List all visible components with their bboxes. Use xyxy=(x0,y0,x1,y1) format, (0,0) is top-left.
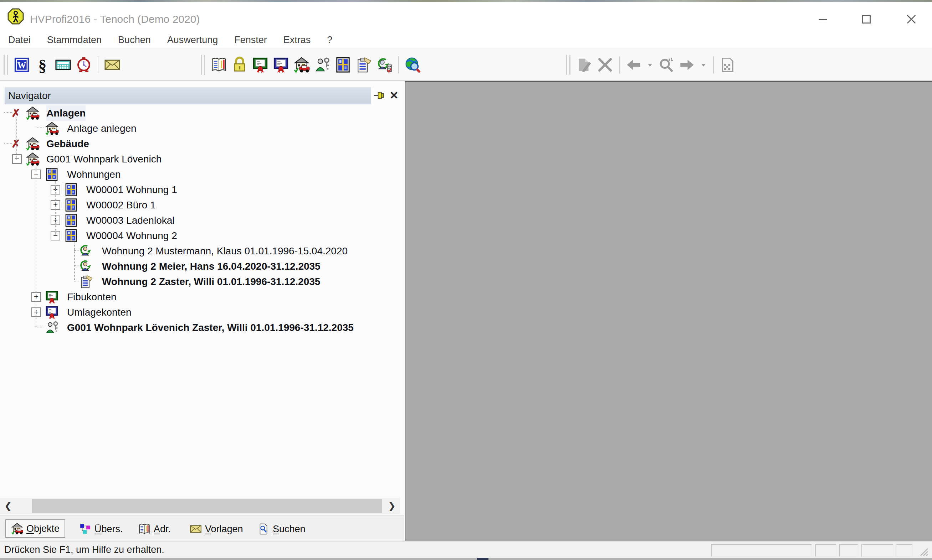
toolbar-button-doc-edit[interactable] xyxy=(574,54,595,76)
toolbar-button-report-doc[interactable] xyxy=(718,54,738,76)
tree-item[interactable]: +W00001 Wohnung 1 xyxy=(0,182,400,197)
house-car-icon xyxy=(293,57,310,73)
menu-item-extras[interactable]: Extras xyxy=(275,32,319,48)
toolbar-button-word[interactable]: W xyxy=(11,54,32,76)
tree-guide-stub xyxy=(74,265,79,266)
status-panel xyxy=(861,544,893,557)
resize-grip-icon[interactable] xyxy=(918,546,929,557)
tab-objekte[interactable]: Objekte xyxy=(5,519,65,538)
tree-item[interactable]: Wohnung 2 Mustermann, Klaus 01.01.1996-1… xyxy=(0,243,400,258)
chevron-down-icon xyxy=(699,60,708,69)
tree-item[interactable]: Anlage anlegen xyxy=(0,121,400,136)
tree-guide-stub xyxy=(4,112,12,113)
toolbar-button-zoom-refresh[interactable] xyxy=(656,54,677,76)
tree-item-label: Anlagen xyxy=(46,105,86,121)
tree-item[interactable]: +Umlagekonten xyxy=(0,305,400,320)
toolbar-button-window[interactable] xyxy=(333,54,353,76)
mdi-client-area xyxy=(405,81,932,541)
pushpin-icon[interactable] xyxy=(373,89,386,102)
org-chart-icon xyxy=(79,523,91,535)
toolbar-button-arrow-left[interactable] xyxy=(623,54,644,76)
toolbar-button-arrow-right[interactable] xyxy=(677,54,697,76)
toolbar-button-person-building[interactable] xyxy=(374,54,395,76)
toolbar-button-chevron-down[interactable] xyxy=(697,54,710,76)
scrollbar-thumb[interactable] xyxy=(32,499,382,513)
toolbar-button-chevron-down[interactable] xyxy=(644,54,656,76)
toolbar-button-globe-search[interactable] xyxy=(403,54,423,76)
menu-item-fenster[interactable]: Fenster xyxy=(226,32,275,48)
navigator-close-icon[interactable]: ✕ xyxy=(388,88,400,102)
keyboard-icon xyxy=(55,57,71,73)
tree-item[interactable]: −G001 Wohnpark Lövenich xyxy=(0,151,400,167)
tree-item[interactable]: ✗Gebäude xyxy=(0,136,400,151)
clipboard-hand-icon xyxy=(79,275,93,289)
menu-item-auswertung[interactable]: Auswertung xyxy=(159,32,227,48)
tree-item[interactable]: +Fibukonten xyxy=(0,289,400,305)
horizontal-scrollbar: ❮ ❯ xyxy=(0,498,400,514)
toolbar-button-board-green[interactable] xyxy=(250,54,271,76)
menu-item-buchen[interactable]: Buchen xyxy=(110,32,159,48)
word-icon: W xyxy=(14,57,30,73)
tree-item[interactable]: Wohnung 2 Zaster, Willi 01.01.1996-31.12… xyxy=(0,274,400,289)
tree-item[interactable]: G001 Wohnpark Lövenich Zaster, Willi 01.… xyxy=(0,320,400,335)
tab-adr[interactable]: Adr. xyxy=(138,521,171,537)
title-bar: HVProfi2016 - Tenoch (Demo 2020) xyxy=(0,2,932,32)
menu-bar: DateiStammdatenBuchenAuswertungFensterEx… xyxy=(0,32,932,48)
address-book-icon xyxy=(211,57,227,73)
menu-item-stammdaten[interactable]: Stammdaten xyxy=(39,32,110,48)
window-icon xyxy=(64,229,78,243)
tree-item[interactable]: +W00003 Ladenlokal xyxy=(0,213,400,228)
status-bar: Drücken Sie F1, um Hilfe zu erhalten. xyxy=(0,541,932,558)
toolbar-button-address-book[interactable] xyxy=(208,54,229,76)
tree-item-label: G001 Wohnpark Lövenich Zaster, Willi 01.… xyxy=(67,320,354,335)
clock-icon xyxy=(76,57,92,73)
tree-guide-stub xyxy=(4,143,12,143)
toolbar-gripper[interactable] xyxy=(566,55,571,75)
tree-item[interactable]: −Wohnungen xyxy=(0,167,400,182)
person-refresh-icon xyxy=(79,259,93,273)
maximize-button[interactable] xyxy=(850,4,883,34)
status-message: Drücken Sie F1, um Hilfe zu erhalten. xyxy=(4,542,164,558)
status-panel xyxy=(711,544,812,557)
person-building-icon xyxy=(376,57,393,73)
tab-vorlagen[interactable]: Vorlagen xyxy=(190,521,243,537)
minimize-button[interactable] xyxy=(807,4,839,34)
toolbar-button-person-key[interactable] xyxy=(312,54,333,76)
close-button[interactable] xyxy=(893,4,929,34)
tree-item[interactable]: Wohnung 2 Meier, Hans 16.04.2020-31.12.2… xyxy=(0,258,400,274)
toolbar-button-lock[interactable] xyxy=(229,54,250,76)
toolbar-button-clock[interactable] xyxy=(73,54,94,76)
navigator-header[interactable]: Navigator xyxy=(5,87,371,105)
tree-item-label: Wohnungen xyxy=(67,167,121,182)
toolbar-button-board-blue[interactable] xyxy=(271,54,291,76)
scroll-right-arrow[interactable]: ❯ xyxy=(384,498,400,514)
toolbar-button-keyboard[interactable] xyxy=(53,54,73,76)
menu-item-datei[interactable]: Datei xyxy=(0,32,39,48)
window-title: HVProfi2016 - Tenoch (Demo 2020) xyxy=(30,4,200,34)
tree-item[interactable]: −W00004 Wohnung 2 xyxy=(0,228,400,243)
x-mark-icon: ✗ xyxy=(11,107,20,120)
house-car-icon xyxy=(26,152,40,166)
tab-bers[interactable]: Übers. xyxy=(79,521,123,537)
toolbar-button-delete-x[interactable] xyxy=(595,54,616,76)
tree-item[interactable]: +W00002 Büro 1 xyxy=(0,197,400,213)
tab-suchen[interactable]: Suchen xyxy=(258,521,306,537)
status-panel xyxy=(839,544,859,557)
toolbar-button-envelope[interactable] xyxy=(102,54,123,76)
tree-item[interactable]: ✗Anlagen xyxy=(0,105,400,121)
toolbar-button-paragraph[interactable]: § xyxy=(32,54,53,76)
delete-x-icon xyxy=(597,57,613,73)
chevron-down-icon xyxy=(645,60,654,69)
envelope-icon xyxy=(190,523,202,535)
toolbar-button-house-car[interactable] xyxy=(291,54,312,76)
tree-guide-stub xyxy=(35,327,43,328)
tree-item-label: Wohnung 2 Zaster, Willi 01.01.1996-31.12… xyxy=(102,274,320,289)
scroll-left-arrow[interactable]: ❮ xyxy=(0,498,16,514)
tree-guide-line xyxy=(74,243,75,280)
toolbar-button-clipboard-hand[interactable] xyxy=(353,54,374,76)
menu-item--[interactable]: ? xyxy=(319,32,341,48)
tree-item-label: W00003 Ladenlokal xyxy=(86,213,175,228)
toolbar-gripper[interactable] xyxy=(201,55,205,75)
toolbar-gripper[interactable] xyxy=(3,55,8,75)
lock-icon xyxy=(231,57,248,73)
